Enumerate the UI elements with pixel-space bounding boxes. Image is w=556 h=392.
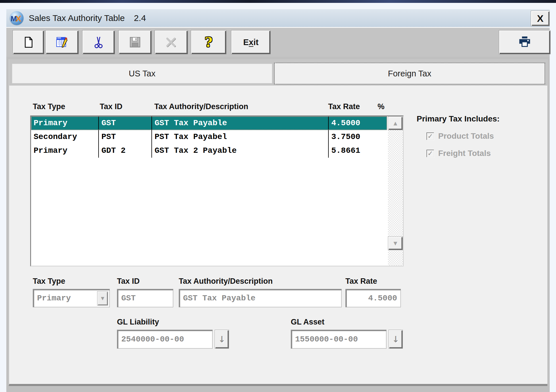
titlebar[interactable]: M X Sales Tax Authority Table2.4 X	[6, 9, 550, 27]
content-panel: US Tax Foreign Tax Tax Type Tax ID Tax A…	[9, 59, 547, 386]
exit-label: Exit	[243, 38, 258, 47]
checkbox-label: Product Totals	[438, 132, 494, 141]
checkmark-icon: ✓	[428, 132, 433, 140]
checkmark-icon: ✓	[428, 150, 433, 157]
gl-liability-lookup-button[interactable]: ↓	[215, 330, 229, 349]
cell-tax-rate: 5.8661	[328, 144, 387, 158]
save-button[interactable]	[118, 30, 152, 54]
cell-tax-type: Secondary	[31, 130, 98, 144]
checkbox-freight-totals[interactable]: ✓ Freight Totals	[426, 149, 491, 158]
checkbox-box[interactable]: ✓	[426, 150, 434, 157]
down-arrow-icon: ↓	[218, 334, 225, 344]
label-tax-id: Tax ID	[117, 277, 140, 286]
cell-tax-id: GDT 2	[98, 144, 151, 158]
window-title-text: Sales Tax Authority Table	[29, 13, 125, 23]
cell-tax-authority: GST Tax Payable	[151, 116, 328, 130]
tab-foreign-tax[interactable]: Foreign Tax	[274, 63, 545, 84]
cut-button[interactable]	[82, 30, 115, 54]
print-button[interactable]	[499, 30, 551, 54]
column-header-tax-type: Tax Type	[33, 102, 65, 114]
close-button[interactable]: X	[531, 11, 550, 26]
cell-tax-authority: PST Tax Payabel	[151, 130, 328, 144]
tab-us-tax[interactable]: US Tax	[12, 64, 272, 83]
cell-tax-rate: 3.7500	[328, 130, 387, 144]
floppy-disk-icon	[129, 36, 141, 49]
list-rows: Primary GST GST Tax Payable 4.5000 Secon…	[31, 116, 387, 158]
question-mark-icon: ?	[205, 34, 213, 50]
scroll-down-button[interactable]: ▼	[388, 236, 403, 250]
x-mark-icon	[165, 36, 178, 49]
column-header-percent: %	[378, 102, 384, 114]
tax-rate-input[interactable]	[346, 289, 401, 307]
window-frame: M X Sales Tax Authority Table2.4 X	[0, 3, 556, 392]
chevron-down-icon: ▼	[101, 296, 104, 301]
delete-button[interactable]	[155, 30, 188, 54]
down-arrow-icon: ↓	[392, 334, 399, 344]
gl-asset-field[interactable]	[291, 330, 386, 349]
cell-tax-authority: GST Tax 2 Payable	[151, 144, 328, 158]
gl-asset-lookup-button[interactable]: ↓	[388, 330, 403, 349]
table-row[interactable]: Secondary PST PST Tax Payabel 3.7500	[31, 130, 387, 144]
tax-id-input[interactable]	[117, 289, 173, 307]
primary-tax-includes-title: Primary Tax Includes:	[417, 114, 500, 123]
exit-button[interactable]: Exit	[231, 30, 271, 54]
table-pencil-icon	[55, 36, 69, 49]
table-row[interactable]: Primary GST GST Tax Payable 4.5000	[31, 116, 387, 130]
tab-us-tax-label: US Tax	[129, 69, 155, 78]
tax-id-field[interactable]	[117, 289, 173, 307]
column-header-tax-rate: Tax Rate	[328, 102, 360, 114]
vertical-scrollbar[interactable]: ▲ ▼	[388, 116, 403, 266]
app-logo-icon: M X	[10, 11, 24, 25]
tax-rate-field[interactable]	[345, 289, 401, 307]
label-tax-type: Tax Type	[33, 277, 65, 286]
printer-icon	[518, 36, 532, 49]
label-tax-rate: Tax Rate	[345, 277, 377, 286]
edit-record-button[interactable]	[45, 30, 79, 54]
cell-tax-rate: 4.5000	[328, 116, 387, 130]
tab-foreign-tax-label: Foreign Tax	[388, 69, 431, 78]
tax-type-combobox[interactable]: ▼	[33, 289, 110, 307]
window-title: Sales Tax Authority Table2.4	[29, 9, 146, 27]
logo-letter-x: X	[16, 14, 21, 24]
scroll-up-button[interactable]: ▲	[388, 116, 403, 130]
label-gl-liability: GL Liability	[117, 318, 159, 327]
help-button[interactable]: ?	[191, 30, 226, 54]
background-window-edge	[0, 0, 556, 3]
label-gl-asset: GL Asset	[291, 318, 324, 327]
table-row[interactable]: Primary GDT 2 GST Tax 2 Payable 5.8661	[31, 144, 387, 158]
cell-tax-id: PST	[98, 130, 151, 144]
label-tax-authority: Tax Authority/Description	[179, 277, 273, 286]
application-window: M X Sales Tax Authority Table2.4 X	[0, 0, 556, 392]
new-record-button[interactable]	[13, 30, 44, 54]
blank-page-icon	[23, 36, 34, 49]
cell-tax-id: GST	[98, 116, 151, 130]
tax-type-dropdown-button[interactable]: ▼	[97, 291, 108, 306]
column-header-tax-id: Tax ID	[100, 102, 122, 114]
gl-liability-input[interactable]	[117, 330, 212, 348]
main-area: US Tax Foreign Tax Tax Type Tax ID Tax A…	[6, 57, 550, 392]
gl-asset-input[interactable]	[291, 330, 386, 348]
window-version: 2.4	[134, 13, 146, 23]
checkbox-box[interactable]: ✓	[426, 132, 434, 140]
scissors-icon	[93, 36, 105, 49]
toolbar: ? Exit	[6, 27, 550, 57]
cell-tax-type: Primary	[31, 116, 98, 130]
arrow-down-icon: ▼	[393, 240, 397, 246]
cell-tax-type: Primary	[31, 144, 98, 158]
column-header-tax-authority: Tax Authority/Description	[154, 102, 248, 114]
checkbox-label: Freight Totals	[438, 149, 491, 158]
tax-authority-list[interactable]: Primary GST GST Tax Payable 4.5000 Secon…	[30, 115, 404, 267]
gl-liability-field[interactable]	[117, 330, 213, 349]
arrow-up-icon: ▲	[393, 120, 397, 126]
checkbox-product-totals[interactable]: ✓ Product Totals	[426, 132, 494, 141]
tax-authority-field[interactable]	[179, 289, 342, 307]
tax-authority-input[interactable]	[179, 289, 341, 307]
